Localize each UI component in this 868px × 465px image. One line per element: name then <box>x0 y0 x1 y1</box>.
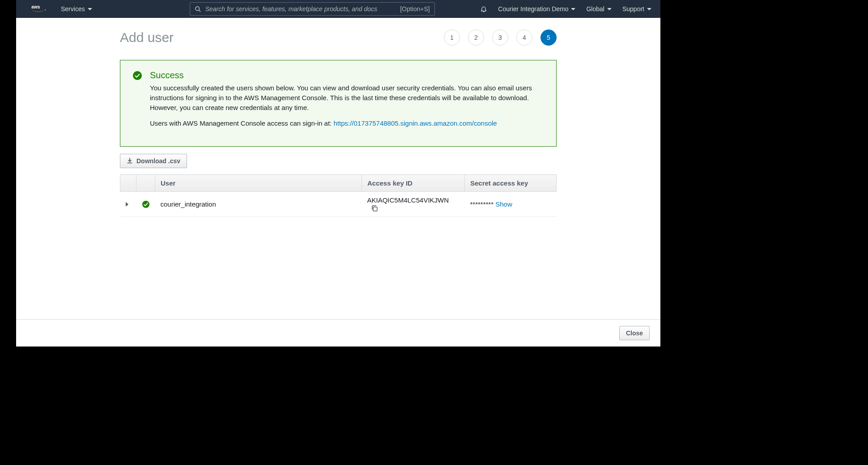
footer: Close <box>16 319 660 347</box>
check-circle-icon <box>133 71 142 80</box>
search-shortcut: [Option+S] <box>400 5 430 13</box>
table-row: courier_integration AKIAQIC5M4LC54VIKJWN… <box>120 192 557 217</box>
user-cell: courier_integration <box>155 192 362 217</box>
page-title: Add user <box>120 30 174 45</box>
expand-row-icon[interactable] <box>126 202 128 207</box>
signin-prefix: Users with AWS Management Console access… <box>150 119 333 127</box>
services-label: Services <box>61 5 85 13</box>
services-menu[interactable]: Services <box>61 5 92 13</box>
search-input[interactable]: Search for services, features, marketpla… <box>190 2 435 16</box>
chevron-down-icon <box>88 8 92 10</box>
step-2[interactable]: 2 <box>468 30 484 46</box>
svg-point-1 <box>195 7 199 11</box>
close-button[interactable]: Close <box>619 326 650 340</box>
secret-masked: ********* <box>470 200 494 208</box>
step-1[interactable]: 1 <box>444 30 460 46</box>
search-icon <box>195 6 201 12</box>
col-expand <box>120 175 136 192</box>
secret-cell: ********* Show <box>465 192 557 217</box>
chevron-down-icon <box>571 8 575 10</box>
support-label: Support <box>622 5 644 13</box>
step-3[interactable]: 3 <box>492 30 508 46</box>
svg-text:aws: aws <box>31 4 40 9</box>
col-status <box>136 175 155 192</box>
col-access-key: Access key ID <box>362 175 465 192</box>
bell-icon[interactable] <box>480 5 487 13</box>
svg-rect-6 <box>373 207 377 211</box>
signin-link[interactable]: https://017375748805.signin.aws.amazon.c… <box>333 119 497 127</box>
search-placeholder: Search for services, features, marketpla… <box>205 5 377 13</box>
close-label: Close <box>626 330 643 337</box>
chevron-down-icon <box>607 8 612 10</box>
account-label: Courier Integration Demo <box>498 5 568 13</box>
download-csv-button[interactable]: Download .csv <box>120 154 187 168</box>
success-alert: Success You successfully created the use… <box>120 60 557 147</box>
chevron-down-icon <box>647 8 651 10</box>
alert-signin: Users with AWS Management Console access… <box>150 118 544 128</box>
svg-rect-4 <box>128 163 132 164</box>
svg-point-3 <box>133 71 142 80</box>
show-secret-link[interactable]: Show <box>495 200 512 208</box>
svg-point-5 <box>142 201 149 208</box>
support-menu[interactable]: Support <box>622 5 651 13</box>
step-4[interactable]: 4 <box>516 30 532 46</box>
col-secret: Secret access key <box>465 175 557 192</box>
access-key-value: AKIAQIC5M4LC54VIKJWN <box>367 196 449 204</box>
users-table: User Access key ID Secret access key <box>120 174 557 217</box>
download-icon <box>127 158 133 164</box>
alert-body: You successfully created the users shown… <box>150 83 544 112</box>
check-circle-icon <box>142 200 150 208</box>
main-content: Add user 1 2 3 4 5 Success <box>16 18 660 319</box>
svg-line-2 <box>199 10 200 12</box>
copy-icon[interactable] <box>371 205 378 212</box>
download-label: Download .csv <box>136 157 180 165</box>
top-nav: aws Services Search for services, featur… <box>16 0 660 18</box>
wizard-steps: 1 2 3 4 5 <box>444 30 557 46</box>
access-key-cell: AKIAQIC5M4LC54VIKJWN <box>362 192 465 217</box>
alert-heading: Success <box>150 70 544 80</box>
aws-logo[interactable]: aws <box>31 4 47 13</box>
region-label: Global <box>586 5 604 13</box>
step-5[interactable]: 5 <box>540 30 557 46</box>
account-menu[interactable]: Courier Integration Demo <box>498 5 575 13</box>
col-user: User <box>155 175 362 192</box>
region-menu[interactable]: Global <box>586 5 611 13</box>
